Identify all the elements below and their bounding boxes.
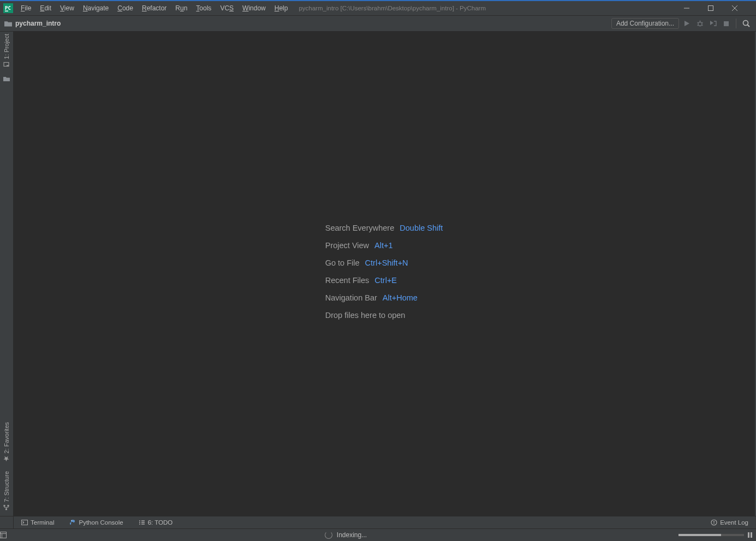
window-title: pycharm_intro [C:\Users\brahm\Desktop\py… (299, 5, 684, 11)
run-icon[interactable] (681, 18, 692, 29)
menu-refactor[interactable]: Refactor (138, 1, 171, 15)
menu-edit[interactable]: Edit (35, 1, 56, 15)
tool-favorites-tab[interactable]: 2: Favorites (2, 420, 11, 464)
tool-files-tab[interactable] (3, 74, 10, 85)
menu-view[interactable]: View (56, 1, 79, 15)
breadcrumb-label: pycharm_intro (15, 20, 61, 27)
tool-structure-tab[interactable]: 7: Structure (2, 469, 11, 513)
svg-rect-23 (4, 505, 5, 507)
tip-shortcut: Ctrl+E (374, 276, 397, 285)
folder-icon (4, 21, 12, 27)
tool-project-tab[interactable]: 1: Project (2, 32, 11, 69)
menu-navigate[interactable]: Navigate (79, 1, 113, 15)
terminal-label: Terminal (31, 516, 54, 528)
svg-rect-43 (751, 532, 752, 538)
tip-label: Go to File (325, 259, 360, 267)
menu-window[interactable]: Window (238, 1, 270, 15)
status-right (678, 532, 756, 538)
toolbar-right: Add Configuration... (611, 18, 756, 29)
menu-tools[interactable]: Tools (192, 1, 216, 15)
app-icon: PC (3, 3, 13, 13)
search-everywhere-icon[interactable] (741, 18, 752, 29)
tool-structure-label: 7: Structure (3, 471, 10, 502)
menu-run[interactable]: Run (171, 1, 192, 15)
folder-icon (3, 76, 10, 82)
bottom-tabs-right: Event Log (703, 516, 756, 528)
structure-icon (4, 504, 10, 510)
pause-icon[interactable] (747, 532, 753, 538)
todo-tab[interactable]: 6: TODO (131, 516, 181, 528)
terminal-tab[interactable]: Terminal (14, 516, 62, 528)
event-log-tab[interactable]: Event Log (703, 516, 751, 528)
event-log-icon (711, 519, 717, 526)
svg-line-13 (701, 25, 703, 26)
svg-marker-20 (4, 456, 9, 461)
svg-text:PC: PC (5, 5, 11, 11)
pycharm-window: PC File Edit View Navigate Code Refactor… (0, 0, 756, 541)
event-log-label: Event Log (720, 516, 748, 528)
drop-hint: Drop files here to open (325, 311, 406, 320)
add-configuration-button[interactable]: Add Configuration... (611, 18, 679, 29)
menu-file[interactable]: File (16, 1, 35, 15)
svg-point-8 (698, 22, 702, 26)
tip-label: Recent Files (325, 276, 370, 285)
menu-vcs[interactable]: VCS (216, 1, 238, 15)
svg-rect-22 (8, 505, 9, 507)
svg-rect-4 (709, 6, 713, 11)
editor-tips: Search Everywhere Double Shift Project V… (325, 219, 443, 328)
svg-marker-14 (710, 21, 713, 25)
tool-project-label: 1: Project (3, 34, 10, 59)
tool-favorites-label: 2: Favorites (3, 422, 10, 453)
svg-line-10 (697, 22, 698, 23)
python-icon (69, 519, 76, 526)
svg-line-12 (697, 25, 698, 26)
tip-shortcut: Alt+Home (383, 293, 418, 302)
menu-help[interactable]: Help (270, 1, 293, 15)
debug-icon[interactable] (694, 18, 705, 29)
menu-code[interactable]: Code (113, 1, 138, 15)
tip-label: Search Everywhere (325, 224, 395, 232)
star-icon (4, 455, 10, 461)
terminal-icon (21, 520, 28, 525)
maximize-button[interactable] (708, 5, 732, 11)
todo-icon (139, 520, 145, 525)
tip-shortcut: Ctrl+Shift+N (365, 259, 408, 267)
svg-rect-37 (714, 521, 715, 523)
status-message-area: Indexing... (13, 531, 678, 539)
spinner-icon (325, 531, 332, 539)
tip-shortcut: Double Shift (400, 224, 443, 232)
toolbar-separator (736, 19, 736, 28)
close-button[interactable] (732, 5, 756, 11)
window-controls (684, 5, 756, 11)
svg-rect-19 (7, 65, 9, 66)
status-message: Indexing... (337, 531, 367, 539)
svg-rect-2 (5, 11, 8, 12)
main-area: 1: Project 2: Favorites (0, 32, 756, 516)
svg-rect-42 (748, 532, 749, 538)
todo-label: 6: TODO (148, 516, 173, 528)
minimize-button[interactable] (684, 5, 708, 11)
svg-rect-28 (22, 520, 28, 525)
bottom-tool-tabs: Terminal Python Console 6: TODO Event Lo… (0, 516, 756, 528)
python-console-label: Python Console (79, 516, 123, 528)
project-icon (4, 61, 10, 67)
progress-bar[interactable] (678, 534, 744, 536)
svg-line-17 (748, 25, 750, 27)
svg-point-29 (72, 520, 72, 521)
tip-label: Navigation Bar (325, 293, 377, 302)
tip-shortcut: Alt+1 (374, 241, 392, 250)
svg-rect-15 (724, 21, 729, 26)
breadcrumb[interactable]: pycharm_intro (0, 20, 61, 27)
tool-windows-quick-access[interactable] (0, 532, 13, 538)
python-console-tab[interactable]: Python Console (62, 516, 130, 528)
svg-rect-39 (1, 532, 7, 538)
status-bar: Indexing... (0, 528, 756, 541)
toolbar: pycharm_intro Add Configuration... (0, 16, 756, 32)
svg-marker-7 (684, 21, 689, 26)
left-gutter: 1: Project 2: Favorites (0, 32, 14, 516)
svg-rect-21 (6, 509, 8, 510)
run-with-coverage-icon[interactable] (707, 18, 718, 29)
stop-icon[interactable] (721, 18, 731, 29)
editor-empty-state[interactable]: Search Everywhere Double Shift Project V… (14, 32, 754, 516)
tip-label: Project View (325, 241, 369, 250)
